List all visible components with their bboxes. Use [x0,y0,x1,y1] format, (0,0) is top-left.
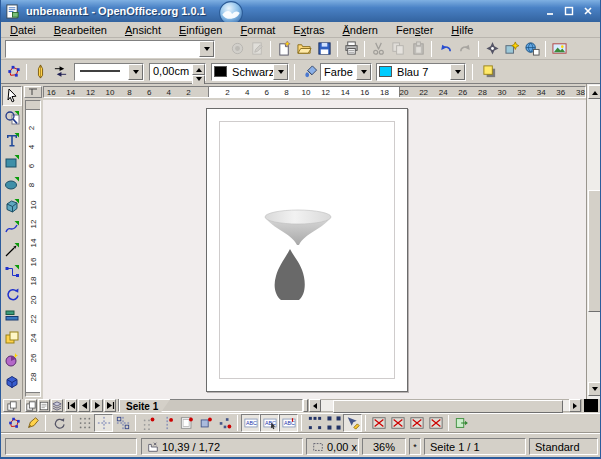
copy-button[interactable] [388,39,408,58]
horizontal-scrollbar[interactable] [308,399,582,412]
vertical-scroll-thumb[interactable] [588,190,601,312]
picture-placeholder-button[interactable] [369,414,388,432]
quick-edit-button[interactable]: ABC [241,414,260,432]
modify-with-attributes-button[interactable] [343,414,362,432]
edit-points-mode-button[interactable] [4,414,23,432]
scroll-left-button[interactable] [309,399,321,412]
insert-button[interactable] [2,350,22,370]
ellipse-button[interactable] [2,174,22,194]
title-bar[interactable]: unbenannt1 - OpenOffice.org 1.0.1 [1,0,601,22]
gallery-button[interactable] [502,39,522,58]
horizontal-scroll-thumb[interactable] [333,400,563,413]
snap-to-grid-button[interactable] [139,414,158,432]
snap-to-margins-button[interactable] [177,414,196,432]
open-button[interactable] [294,39,314,58]
snap-to-object-points-button[interactable] [215,414,234,432]
layer-mode-button[interactable] [51,399,63,412]
v-ruler[interactable]: 246810121416182022242628 [25,100,41,397]
arrange-button[interactable] [2,328,22,348]
menu-ansicht[interactable]: Ansicht [116,23,170,37]
area-dialog-button[interactable] [300,62,320,81]
page-mode-button[interactable] [25,399,37,412]
line-dialog-button[interactable] [30,62,50,81]
resize-corner[interactable] [584,399,598,412]
scroll-right-button[interactable] [569,399,581,412]
line-width-value[interactable]: 0,00cm [150,64,192,80]
shadow-button[interactable] [479,62,499,81]
simple-handles-button[interactable] [305,414,324,432]
line-placeholder-button[interactable] [426,414,445,432]
edit-points-button[interactable] [3,62,23,81]
cut-button[interactable] [368,39,388,58]
large-handles-button[interactable] [324,414,343,432]
maximize-button[interactable] [561,4,577,18]
text-button[interactable] [2,130,22,150]
status-style-field[interactable]: Standard [529,438,598,455]
h-ruler[interactable]: 1614121086422468101214161820222426283032… [43,86,586,98]
load-url-combo[interactable] [5,40,215,58]
menu-hilfe[interactable]: Hilfe [442,23,482,37]
lines-arrows-button[interactable] [2,240,22,260]
paste-button[interactable] [408,39,428,58]
edit-file-button[interactable] [247,39,267,58]
show-guides-button[interactable] [94,414,113,432]
connector-button[interactable] [2,262,22,282]
rectangle-button[interactable] [2,152,22,172]
new-document-button[interactable] [274,39,294,58]
stop-loading-button[interactable] [227,39,247,58]
text-placeholder-button[interactable] [407,414,426,432]
line-width-spinner[interactable]: 0,00cm [149,63,206,81]
menu-datei[interactable]: Datei [1,23,45,37]
previous-page-button[interactable] [78,399,90,412]
close-button[interactable] [580,4,596,18]
hyperlink-button[interactable] [522,39,542,58]
first-page-button[interactable] [65,399,77,412]
line-style-dropdown[interactable] [128,64,143,80]
spin-up-button[interactable] [192,64,205,75]
page[interactable] [206,108,408,392]
contour-placeholder-button[interactable] [388,414,407,432]
select-text-area-button[interactable]: ABC [260,414,279,432]
rotation-mode-button[interactable] [49,414,68,432]
scroll-up-button[interactable] [588,85,601,99]
alignment-button[interactable] [2,306,22,326]
minimize-button[interactable] [542,4,558,18]
scroll-down-button[interactable] [588,382,601,396]
arrowheads-button[interactable] [50,62,70,81]
next-page-button[interactable] [91,399,103,412]
fill-type-dropdown[interactable] [356,64,371,80]
redo-button[interactable] [455,39,475,58]
fill-color-dropdown[interactable] [450,64,465,80]
zoom-button[interactable] [2,108,22,128]
menu-format[interactable]: Format [231,23,284,37]
rotate-button[interactable] [2,284,22,304]
glue-points-button[interactable] [23,414,42,432]
line-color-combo[interactable]: Schwarz [211,63,289,81]
curve-button[interactable] [2,218,22,238]
snap-to-object-border-button[interactable] [196,414,215,432]
tab-seite-1[interactable]: Seite 1 [119,399,170,412]
line-color-dropdown[interactable] [273,64,288,80]
menu-einfgen[interactable]: Einfügen [170,23,231,37]
objects-3d-button[interactable] [2,196,22,216]
vertical-scrollbar[interactable] [586,84,601,399]
menu-extras[interactable]: Extras [284,23,333,37]
funnel-drop-shape[interactable] [207,109,409,393]
menu-bearbeiten[interactable]: Bearbeiten [45,23,116,37]
fill-color-combo[interactable]: Blau 7 [376,63,466,81]
spin-down-button[interactable] [192,75,205,85]
navigator-button[interactable] [482,39,502,58]
last-page-button[interactable] [104,399,116,412]
master-mode-button[interactable] [38,399,50,412]
exit-all-groups-button[interactable] [452,414,471,432]
controller-3d-button[interactable] [2,372,22,392]
guides-when-moving-button[interactable] [113,414,132,432]
save-button[interactable] [314,39,334,58]
select-button[interactable] [2,86,22,106]
line-style-combo[interactable] [74,63,144,81]
corner-pages-button[interactable] [3,399,21,412]
show-grid-button[interactable] [75,414,94,432]
snap-to-guides-button[interactable] [158,414,177,432]
drawing-canvas[interactable] [43,100,586,399]
print-button[interactable] [341,39,361,58]
